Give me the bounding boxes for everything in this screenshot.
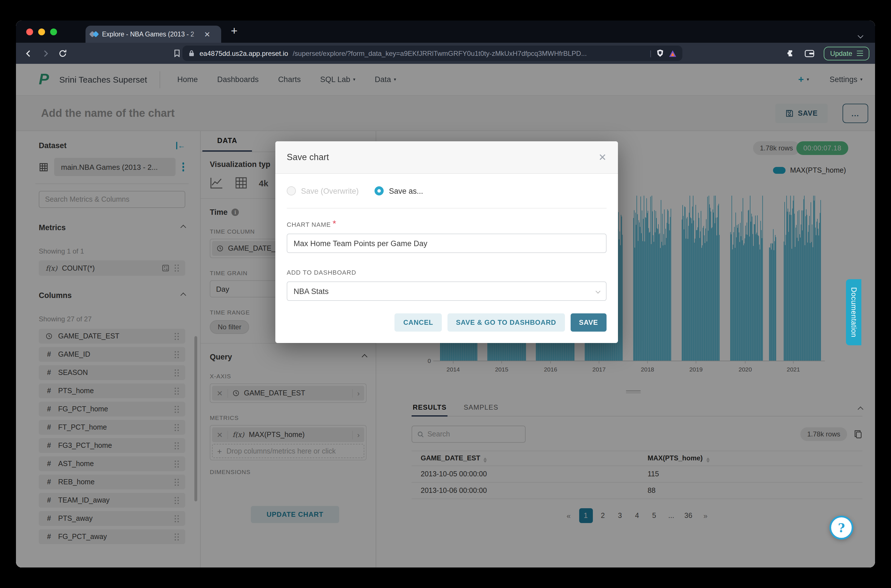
fullscreen-window-icon[interactable] xyxy=(50,28,57,35)
screenshot-stage: Explore - NBA Games (2013 - 2 ✕ + ea4875 xyxy=(0,0,891,588)
radio-save-overwrite[interactable]: Save (Overwrite) xyxy=(287,186,359,195)
dashboard-select-value: NBA Stats xyxy=(294,287,329,296)
radio-on-icon xyxy=(375,186,384,195)
chart-name-label: CHART NAME xyxy=(287,221,331,228)
browser-menu-icon xyxy=(857,50,863,56)
modal-save-button[interactable]: SAVE xyxy=(570,314,607,332)
modal-title: Save chart xyxy=(287,152,329,162)
tab-close-icon[interactable]: ✕ xyxy=(204,30,210,38)
url-divider: | xyxy=(649,49,652,57)
back-button[interactable] xyxy=(24,49,33,58)
documentation-side-tab[interactable]: Documentation xyxy=(846,279,861,345)
tab-favicon-icon xyxy=(90,30,98,38)
new-tab-button[interactable]: + xyxy=(231,24,237,38)
brave-shields-icon[interactable] xyxy=(656,49,664,57)
macos-window-controls[interactable] xyxy=(26,28,57,35)
update-label: Update xyxy=(830,49,852,57)
modal-close-icon[interactable]: ✕ xyxy=(598,151,607,163)
extension-triangle-icon[interactable] xyxy=(669,49,677,57)
brave-update-button[interactable]: Update xyxy=(824,46,869,60)
add-to-dashboard-label: ADD TO DASHBOARD xyxy=(287,269,356,276)
extensions-puzzle-icon[interactable] xyxy=(786,48,795,58)
help-button[interactable]: ? xyxy=(829,516,853,540)
wallet-icon[interactable] xyxy=(805,49,815,58)
required-asterisk: * xyxy=(333,219,336,228)
minimize-window-icon[interactable] xyxy=(38,28,45,35)
browser-toolbar: ea4875dd.us2a.app.preset.io/superset/exp… xyxy=(16,43,875,64)
save-mode-radios: Save (Overwrite) Save as... xyxy=(287,186,607,195)
browser-window: Explore - NBA Games (2013 - 2 ✕ + ea4875 xyxy=(16,21,875,567)
save-chart-modal: Save chart ✕ Save (Overwrite) Save as... xyxy=(275,141,618,343)
chart-name-input[interactable] xyxy=(287,234,607,253)
tab-search-chevron-icon[interactable] xyxy=(858,30,862,40)
radio-off-icon xyxy=(287,186,296,195)
cancel-button[interactable]: CANCEL xyxy=(395,314,442,332)
reload-button[interactable] xyxy=(58,49,67,58)
save-go-dashboard-button[interactable]: SAVE & GO TO DASHBOARD xyxy=(448,314,565,332)
dashboard-select[interactable]: NBA Stats xyxy=(287,282,607,301)
url-path: /superset/explore/?form_data_key=a9EKfJR… xyxy=(293,49,645,57)
browser-tab-strip: Explore - NBA Games (2013 - 2 ✕ + xyxy=(16,21,875,43)
chevron-down-icon xyxy=(596,289,601,294)
tab-title: Explore - NBA Games (2013 - 2 xyxy=(102,31,200,38)
bookmark-icon[interactable] xyxy=(173,49,181,57)
forward-button[interactable] xyxy=(41,49,50,58)
close-window-icon[interactable] xyxy=(26,28,33,35)
superset-page: P Srini Teaches Superset HomeDashboardsC… xyxy=(16,64,875,567)
radio-save-as[interactable]: Save as... xyxy=(375,186,423,195)
url-host: ea4875dd.us2a.app.preset.io xyxy=(200,49,288,57)
toolbar-right-cluster: Update xyxy=(786,46,869,60)
browser-tab[interactable]: Explore - NBA Games (2013 - 2 ✕ xyxy=(86,26,221,43)
lock-icon xyxy=(188,50,195,57)
address-bar[interactable]: ea4875dd.us2a.app.preset.io/superset/exp… xyxy=(182,46,682,61)
